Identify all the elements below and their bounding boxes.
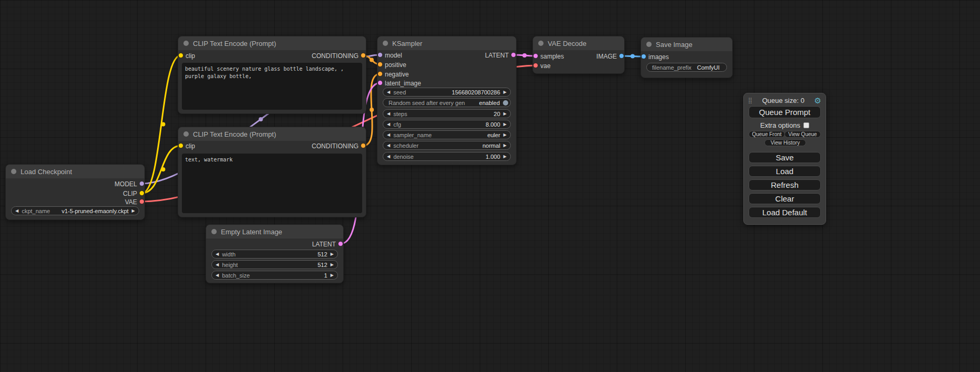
prev-arrow-icon[interactable]: ◀: [387, 130, 390, 139]
slot-dot-model-output[interactable]: [140, 182, 144, 186]
queue-prompt-button[interactable]: Queue Prompt: [749, 106, 821, 118]
node-clip-text-encode-negative[interactable]: CLIP Text Encode (Prompt) clip CONDITION…: [178, 127, 366, 217]
view-history-button[interactable]: View History: [764, 139, 806, 146]
slot-dot-clip-input-positive[interactable]: [179, 53, 183, 58]
node-vae-decode[interactable]: VAE Decode samples IMAGE vae: [532, 36, 625, 74]
next-arrow-icon[interactable]: ▶: [503, 141, 507, 150]
node-header[interactable]: KSampler: [377, 36, 516, 50]
slot-dot-clip-output[interactable]: [140, 191, 144, 196]
comfyui-canvas[interactable]: { "icons": { "arrow_left": "◀", "arrow_r…: [0, 0, 980, 372]
filename-prefix-widget[interactable]: filename_prefix ComfyUI: [646, 63, 727, 72]
clear-button[interactable]: Clear: [749, 193, 821, 204]
prompt-textarea[interactable]: text, watermark: [182, 154, 362, 213]
slot-dot-negative-input[interactable]: [378, 72, 383, 77]
refresh-button[interactable]: Refresh: [749, 179, 821, 190]
decrement-arrow-icon[interactable]: ◀: [387, 120, 390, 129]
node-title: CLIP Text Encode (Prompt): [193, 40, 276, 47]
widget-value: v1-5-pruned-emaonly.ckpt: [62, 208, 129, 214]
slot-dot-vae-output[interactable]: [140, 199, 144, 204]
link-midpoint-dot: [259, 117, 263, 121]
increment-arrow-icon[interactable]: ▶: [331, 260, 334, 269]
widget-label: height: [222, 262, 238, 268]
slot-dot-images-input[interactable]: [642, 54, 646, 59]
cfg-widget[interactable]: ◀ cfg 8.000 ▶: [383, 120, 511, 129]
sampler-name-widget[interactable]: ◀ sampler_name euler ▶: [383, 130, 511, 139]
slot-dot-image-output[interactable]: [619, 54, 624, 59]
slot-dot-vae-input[interactable]: [533, 63, 538, 68]
slot-label: model: [385, 52, 402, 59]
node-header[interactable]: VAE Decode: [533, 36, 624, 50]
increment-arrow-icon[interactable]: ▶: [503, 109, 507, 118]
slot-dot-samples-input[interactable]: [533, 54, 538, 59]
output-slot-conditioning: CONDITIONING: [312, 52, 358, 60]
next-arrow-icon[interactable]: ▶: [503, 130, 507, 139]
random-seed-widget[interactable]: Random seed after every gen enabled: [383, 98, 511, 107]
width-widget[interactable]: ◀ width 512 ▶: [211, 250, 338, 259]
collapse-dot-icon[interactable]: [11, 169, 16, 174]
node-load-checkpoint[interactable]: Load Checkpoint MODEL CLIP VAE ◀ ckpt_na…: [5, 164, 145, 220]
prompt-textarea[interactable]: beautiful scenery nature glass bottle la…: [182, 63, 362, 110]
save-button[interactable]: Save: [749, 152, 821, 163]
increment-arrow-icon[interactable]: ▶: [331, 250, 334, 259]
increment-arrow-icon[interactable]: ▶: [503, 88, 507, 97]
slot-dot-latent-output-empty[interactable]: [338, 242, 343, 246]
slot-dot-conditioning-output-negative[interactable]: [361, 144, 366, 148]
load-button[interactable]: Load: [749, 166, 821, 177]
collapse-dot-icon[interactable]: [538, 41, 544, 46]
slot-label: CONDITIONING: [312, 142, 358, 150]
node-header[interactable]: Save Image: [641, 37, 732, 51]
node-header[interactable]: CLIP Text Encode (Prompt): [178, 127, 366, 141]
queue-panel[interactable]: ⣿ Queue size: 0 ⚙ Queue Prompt Extra opt…: [743, 93, 826, 225]
collapse-dot-icon[interactable]: [646, 42, 652, 47]
node-header[interactable]: CLIP Text Encode (Prompt): [178, 36, 366, 50]
node-empty-latent-image[interactable]: Empty Latent Image LATENT ◀ width 512 ▶ …: [206, 224, 344, 283]
slot-dot-latent-image-input[interactable]: [378, 81, 383, 85]
collapse-dot-icon[interactable]: [183, 41, 189, 46]
steps-widget[interactable]: ◀ steps 20 ▶: [383, 109, 511, 118]
widget-value: 8.000: [486, 121, 500, 128]
increment-arrow-icon[interactable]: ▶: [503, 152, 507, 161]
node-header[interactable]: Load Checkpoint: [6, 165, 144, 178]
drag-handle-icon[interactable]: ⣿: [748, 97, 752, 104]
collapse-dot-icon[interactable]: [183, 131, 189, 137]
decrement-arrow-icon[interactable]: ◀: [387, 88, 390, 97]
decrement-arrow-icon[interactable]: ◀: [387, 109, 390, 118]
settings-gear-icon[interactable]: ⚙: [814, 97, 821, 104]
ckpt-name-widget[interactable]: ◀ ckpt_name v1-5-pruned-emaonly.ckpt ▶: [11, 206, 139, 215]
decrement-arrow-icon[interactable]: ◀: [216, 271, 219, 280]
increment-arrow-icon[interactable]: ▶: [503, 120, 507, 129]
scheduler-widget[interactable]: ◀ scheduler normal ▶: [383, 141, 511, 150]
decrement-arrow-icon[interactable]: ◀: [216, 260, 219, 269]
slot-dot-clip-input-negative[interactable]: [179, 144, 183, 148]
slot-dot-conditioning-output-positive[interactable]: [361, 53, 366, 58]
widget-label: cfg: [393, 121, 401, 128]
slot-dot-model-input[interactable]: [378, 53, 383, 58]
collapse-dot-icon[interactable]: [383, 41, 388, 46]
denoise-widget[interactable]: ◀ denoise 1.000 ▶: [383, 152, 511, 161]
prev-arrow-icon[interactable]: ◀: [387, 141, 390, 150]
node-clip-text-encode-positive[interactable]: CLIP Text Encode (Prompt) clip CONDITION…: [178, 36, 366, 114]
increment-arrow-icon[interactable]: ▶: [331, 271, 334, 280]
seed-widget[interactable]: ◀ seed 156680208700286 ▶: [383, 88, 511, 97]
decrement-arrow-icon[interactable]: ◀: [216, 250, 219, 259]
node-save-image[interactable]: Save Image images filename_prefix ComfyU…: [641, 37, 733, 78]
node-ksampler[interactable]: KSampler model LATENT positive negative …: [377, 36, 517, 165]
height-widget[interactable]: ◀ height 512 ▶: [211, 260, 338, 269]
slot-dot-positive-input[interactable]: [378, 62, 383, 67]
node-title: KSampler: [392, 40, 422, 47]
prev-arrow-icon[interactable]: ◀: [15, 206, 18, 215]
next-arrow-icon[interactable]: ▶: [132, 206, 135, 215]
load-default-button[interactable]: Load Default: [749, 207, 821, 218]
collapse-dot-icon[interactable]: [211, 229, 217, 234]
widget-label: sampler_name: [393, 132, 432, 138]
random-seed-toggle-icon[interactable]: [503, 100, 508, 106]
output-slot-conditioning: CONDITIONING: [312, 142, 358, 150]
queue-front-button[interactable]: Queue Front: [749, 131, 785, 138]
view-queue-button[interactable]: View Queue: [784, 131, 821, 138]
extra-options-checkbox[interactable]: [803, 122, 809, 128]
decrement-arrow-icon[interactable]: ◀: [387, 152, 390, 161]
node-header[interactable]: Empty Latent Image: [206, 225, 343, 239]
slot-dot-latent-output-ksampler[interactable]: [511, 53, 516, 58]
batch-size-widget[interactable]: ◀ batch_size 1 ▶: [211, 271, 338, 280]
extra-options-label: Extra options: [760, 121, 800, 129]
